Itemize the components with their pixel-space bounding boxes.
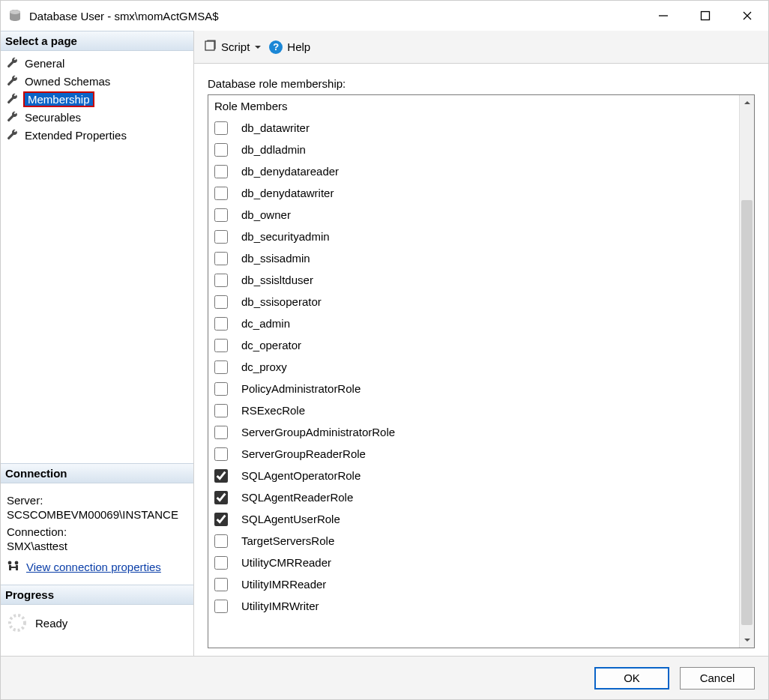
role-checkbox[interactable]: [214, 317, 228, 331]
connection-header: Connection: [1, 463, 193, 483]
role-row: UtilityCMRReader: [208, 552, 739, 573]
page-nav-list: GeneralOwned SchemasMembershipSecurables…: [1, 51, 193, 151]
role-checkbox[interactable]: [214, 230, 228, 244]
help-label: Help: [287, 40, 310, 53]
role-label: db_ssisltduser: [241, 274, 313, 286]
role-checkbox[interactable]: [214, 165, 228, 178]
role-row: SQLAgentOperatorRole: [208, 465, 739, 486]
role-checkbox[interactable]: [214, 469, 228, 483]
svg-point-11: [10, 615, 25, 630]
role-label: dc_operator: [241, 339, 301, 351]
role-checkbox[interactable]: [214, 339, 228, 352]
role-row: db_owner: [208, 204, 739, 226]
scroll-track[interactable]: [740, 110, 754, 633]
progress-status-row: Ready: [1, 605, 193, 656]
role-label: db_denydatareader: [241, 165, 339, 178]
role-list-header: Role Members: [208, 98, 739, 117]
database-icon: [8, 9, 22, 22]
server-label: Server:: [7, 494, 187, 507]
select-page-header: Select a page: [1, 31, 193, 51]
svg-point-1: [10, 10, 20, 14]
minimize-button[interactable]: [642, 1, 684, 31]
scroll-up-icon[interactable]: [740, 95, 755, 110]
role-row: db_ssisoperator: [208, 291, 739, 313]
role-checkbox[interactable]: [214, 121, 228, 135]
svg-point-6: [8, 561, 12, 565]
role-label: SQLAgentUserRole: [241, 513, 340, 525]
ok-button[interactable]: OK: [594, 667, 669, 690]
progress-header: Progress: [1, 585, 193, 605]
role-checkbox[interactable]: [214, 447, 228, 461]
nav-item-securables[interactable]: Securables: [1, 108, 193, 126]
role-row: db_ssisadmin: [208, 247, 739, 269]
cancel-button[interactable]: Cancel: [680, 667, 755, 690]
role-checkbox[interactable]: [214, 382, 228, 396]
help-button[interactable]: ? Help: [269, 40, 310, 54]
role-label: dc_proxy: [241, 360, 287, 373]
role-checkbox[interactable]: [214, 208, 228, 222]
script-button[interactable]: Script: [205, 40, 262, 54]
role-row: PolicyAdministratorRole: [208, 378, 739, 399]
role-row: db_datawriter: [208, 117, 739, 139]
close-button[interactable]: [726, 1, 768, 31]
role-checkbox[interactable]: [214, 534, 228, 548]
svg-rect-8: [9, 565, 11, 570]
role-row: db_ssisltduser: [208, 269, 739, 291]
nav-item-owned-schemas[interactable]: Owned Schemas: [1, 72, 193, 90]
svg-point-7: [15, 561, 19, 565]
nav-item-general[interactable]: General: [1, 54, 193, 72]
role-row: dc_operator: [208, 334, 739, 356]
nav-item-label: Securables: [23, 111, 82, 124]
role-label: SQLAgentOperatorRole: [241, 469, 361, 482]
wrench-icon: [7, 57, 19, 69]
connection-info: Server: SCSCOMBEVM00069\INSTANCE Connect…: [1, 483, 193, 555]
role-label: SQLAgentReaderRole: [241, 491, 353, 504]
role-row: dc_admin: [208, 313, 739, 334]
progress-status-text: Ready: [35, 617, 67, 630]
role-checkbox[interactable]: [214, 513, 228, 526]
role-checkbox[interactable]: [214, 600, 228, 613]
role-checkbox[interactable]: [214, 274, 228, 287]
left-panel: Select a page GeneralOwned SchemasMember…: [1, 31, 194, 656]
role-checkbox[interactable]: [214, 143, 228, 157]
role-checkbox[interactable]: [214, 556, 228, 570]
role-label: db_securityadmin: [241, 230, 330, 243]
role-checkbox[interactable]: [214, 360, 228, 374]
dialog-window: Database User - smx\momActGMSA$ Select a…: [0, 0, 769, 700]
role-row: ServerGroupAdministratorRole: [208, 421, 739, 443]
wrench-icon: [7, 93, 19, 105]
role-label: TargetServersRole: [241, 534, 334, 547]
nav-item-label: Membership: [23, 91, 94, 107]
nav-item-extended-properties[interactable]: Extended Properties: [1, 126, 193, 144]
toolbar: Script ? Help: [194, 31, 768, 64]
script-dropdown-icon[interactable]: [254, 40, 262, 53]
role-checkbox[interactable]: [214, 578, 228, 591]
role-checkbox[interactable]: [214, 426, 228, 439]
role-label: UtilityCMRReader: [241, 556, 331, 569]
view-connection-properties-link[interactable]: View connection properties: [26, 561, 161, 573]
role-label: UtilityIMRReader: [241, 578, 326, 591]
connection-label: Connection:: [7, 525, 187, 538]
role-checkbox[interactable]: [214, 295, 228, 309]
role-list-scrollbar[interactable]: [739, 95, 754, 648]
role-membership-caption: Database role membership:: [208, 77, 755, 90]
role-row: db_securityadmin: [208, 226, 739, 247]
role-checkbox[interactable]: [214, 252, 228, 265]
scroll-thumb[interactable]: [741, 200, 753, 625]
wrench-icon: [7, 129, 19, 141]
role-label: ServerGroupAdministratorRole: [241, 426, 395, 438]
role-label: db_ddladmin: [241, 143, 306, 156]
role-label: RSExecRole: [241, 404, 305, 417]
role-label: dc_admin: [241, 317, 290, 330]
nav-item-label: Extended Properties: [23, 129, 128, 142]
role-checkbox[interactable]: [214, 491, 228, 504]
scroll-down-icon[interactable]: [740, 633, 755, 648]
svg-rect-9: [16, 565, 18, 570]
role-checkbox[interactable]: [214, 187, 228, 200]
role-checkbox[interactable]: [214, 404, 228, 417]
maximize-button[interactable]: [684, 1, 726, 31]
connection-properties-icon: [7, 560, 26, 574]
role-list-box: Role Members db_datawriterdb_ddladmindb_…: [208, 94, 755, 648]
help-icon: ?: [269, 40, 283, 54]
nav-item-membership[interactable]: Membership: [1, 90, 193, 108]
